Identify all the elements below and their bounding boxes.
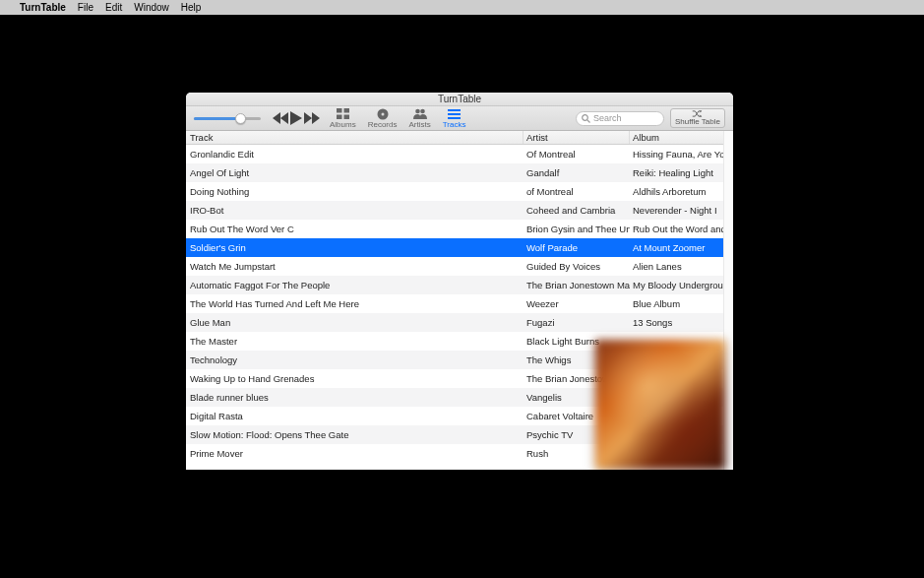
table-row[interactable]: Doing Nothingof MontrealAldhils Arboretu… [186,182,733,201]
table-row[interactable]: Rub Out The Word Ver CBrion Gysin and Th… [186,220,733,238]
search-icon [582,114,590,123]
cell-artist: Weezer [524,294,630,313]
table-row[interactable]: Glue ManFugazi13 Songs [186,313,733,332]
view-records[interactable]: Records [368,108,398,129]
cell-track: Slow Motion: Flood: Opens Thee Gate [186,425,524,444]
shuffle-label: Shuffle Table [675,117,720,126]
cell-album: Alien Lanes [630,257,733,276]
table-row[interactable]: Watch Me JumpstartGuided By VoicesAlien … [186,257,733,276]
app-window: TurnTable Albums Records Artists [186,93,733,470]
cell-track: Gronlandic Edit [186,145,524,163]
column-track[interactable]: Track [186,131,524,144]
cell-album: Hissing Fauna, Are You the Destroyer? [630,145,733,163]
window-titlebar[interactable]: TurnTable [186,93,733,106]
svg-rect-9 [448,113,461,115]
cell-track: Glue Man [186,313,524,332]
volume-fill [194,117,237,120]
playback-controls [273,111,320,125]
cell-album: Neverender - Night I [630,201,733,220]
svg-line-12 [587,119,590,122]
table-row[interactable]: The World Has Turned And Left Me HereWee… [186,294,733,313]
svg-point-11 [583,114,588,120]
cell-artist: Fugazi [524,313,630,332]
cell-artist: Coheed and Cambria [524,201,630,220]
menu-edit[interactable]: Edit [105,2,122,13]
svg-point-5 [381,112,384,115]
cell-artist: Guided By Voices [524,257,630,276]
view-albums[interactable]: Albums [330,108,356,129]
system-menubar: TurnTable File Edit Window Help [0,0,924,15]
table-row[interactable]: Gronlandic EditOf MontrealHissing Fauna,… [186,145,733,163]
cell-artist: Brion Gysin and Thee Uncertain [524,220,630,238]
cell-track: IRO-Bot [186,201,524,220]
tracks-icon [448,108,462,120]
cell-artist: Gandalf [524,163,630,182]
table-header: Track Artist Album [186,131,733,145]
column-album[interactable]: Album [630,131,733,144]
menu-help[interactable]: Help [181,2,202,13]
cell-track: The Master [186,332,524,351]
view-tracks[interactable]: Tracks [443,108,466,129]
search-placeholder: Search [593,113,622,123]
next-button[interactable] [304,112,320,124]
cell-track: Digital Rasta [186,407,524,425]
cell-album: At Mount Zoomer [630,238,733,257]
volume-slider[interactable] [194,117,261,120]
cell-artist: Of Montreal [524,145,630,163]
cell-album: Blue Album [630,294,733,313]
cell-track: Doing Nothing [186,182,524,201]
table-row[interactable]: Angel Of LightGandalfReiki: Healing Ligh… [186,163,733,182]
cell-artist: of Montreal [524,182,630,201]
cell-album: My Bloody Underground [630,276,733,294]
column-artist[interactable]: Artist [524,131,630,144]
cell-track: The World Has Turned And Left Me Here [186,294,524,313]
app-menu[interactable]: TurnTable [20,2,66,13]
table-row[interactable]: Soldier's GrinWolf ParadeAt Mount Zoomer [186,238,733,257]
table-row[interactable]: IRO-BotCoheed and CambriaNeverender - Ni… [186,201,733,220]
album-art-popup[interactable] [595,340,725,470]
menu-window[interactable]: Window [134,2,169,13]
cell-track: Soldier's Grin [186,238,524,257]
artists-icon [413,108,427,120]
shuffle-button[interactable]: Shuffle Table [670,108,725,128]
view-artists-label: Artists [408,120,430,129]
svg-rect-10 [448,117,461,119]
table-row[interactable]: Automatic Faggot For The PeopleThe Brian… [186,276,733,294]
previous-button[interactable] [273,112,288,124]
cell-track: Waking Up to Hand Grenades [186,369,524,388]
svg-rect-8 [448,109,461,111]
search-input[interactable]: Search [576,111,664,126]
cell-track: Automatic Faggot For The People [186,276,524,294]
view-tracks-label: Tracks [443,120,466,129]
view-artists[interactable]: Artists [408,108,430,129]
cell-album: Reiki: Healing Light [630,163,733,182]
menu-file[interactable]: File [78,2,93,13]
cell-album: Rub Out the Word and Cut Ups [630,220,733,238]
svg-rect-0 [337,108,342,113]
cell-track: Technology [186,351,524,369]
view-albums-label: Albums [330,120,356,129]
cell-track: Angel Of Light [186,163,524,182]
svg-rect-3 [343,115,349,120]
svg-rect-2 [337,115,342,120]
cell-artist: Wolf Parade [524,238,630,257]
cell-track: Rub Out The Word Ver C [186,220,524,238]
albums-icon [336,108,349,120]
cell-artist: The Brian Jonestown Massacre [524,276,630,294]
window-title: TurnTable [438,94,481,104]
svg-point-7 [420,109,425,114]
cell-track: Prime Mover [186,444,524,463]
cell-track: Blade runner blues [186,388,524,407]
cell-track: Watch Me Jumpstart [186,257,524,276]
toolbar: Albums Records Artists Tracks Search Shu… [186,106,733,131]
svg-rect-1 [343,108,349,113]
volume-thumb[interactable] [235,113,246,124]
play-button[interactable] [290,111,302,125]
shuffle-icon [692,110,704,117]
view-records-label: Records [368,120,398,129]
records-icon [376,108,390,120]
svg-point-6 [415,109,420,114]
view-switcher: Albums Records Artists Tracks [330,108,465,129]
cell-album: 13 Songs [630,313,733,332]
cell-album: Aldhils Arboretum [630,182,733,201]
